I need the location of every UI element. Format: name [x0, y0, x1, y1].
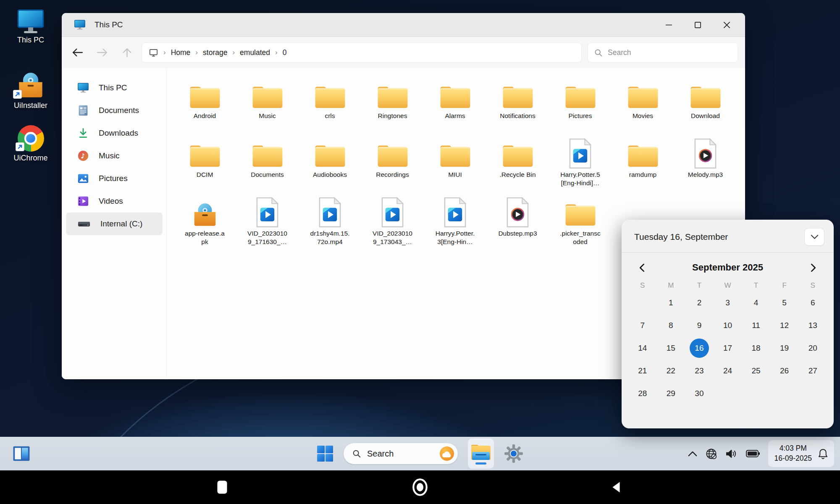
- calendar-day[interactable]: 24: [718, 361, 737, 381]
- back-button[interactable]: [72, 47, 83, 58]
- up-button[interactable]: [121, 47, 133, 58]
- file-item[interactable]: .picker_transcoded: [549, 194, 612, 253]
- file-label: .picker_transcoded: [559, 229, 601, 246]
- breadcrumb[interactable]: › Home › storage › emulated › 0: [142, 43, 581, 62]
- sidebar-item-pictures[interactable]: Pictures: [66, 167, 163, 190]
- file-item[interactable]: Melody.mp3: [674, 135, 737, 194]
- volume-button[interactable]: [725, 449, 738, 459]
- file-item[interactable]: Music: [236, 76, 299, 135]
- calendar-day[interactable]: 15: [661, 339, 680, 358]
- sidebar-item-videos[interactable]: Videos: [66, 190, 163, 213]
- calendar-day[interactable]: 21: [633, 361, 652, 381]
- minimize-button[interactable]: [665, 21, 673, 29]
- taskbar-search-input[interactable]: Search: [344, 443, 458, 464]
- file-item[interactable]: ramdump: [612, 135, 674, 194]
- network-status-icon[interactable]: [706, 448, 717, 459]
- forward-button[interactable]: [97, 47, 108, 58]
- file-item[interactable]: DCIM: [173, 135, 236, 194]
- calendar-day[interactable]: 13: [803, 316, 822, 335]
- maximize-button[interactable]: [694, 21, 702, 29]
- clock-flyout-button[interactable]: 4:03 PM 16-09-2025: [768, 440, 834, 467]
- recents-button[interactable]: [217, 480, 228, 494]
- file-explorer-taskbar-button[interactable]: [468, 438, 494, 469]
- back-button[interactable]: [612, 482, 621, 493]
- calendar-day[interactable]: 25: [746, 361, 766, 381]
- explorer-search-input[interactable]: Search: [588, 43, 738, 62]
- file-item[interactable]: Recordings: [361, 135, 424, 194]
- file-item[interactable]: crls: [299, 76, 361, 135]
- file-item[interactable]: VID_20230109_171630_…: [236, 194, 299, 253]
- file-item[interactable]: Ringtones: [361, 76, 424, 135]
- file-item[interactable]: app-release.apk: [173, 194, 236, 253]
- breadcrumb-link[interactable]: storage: [203, 48, 227, 57]
- home-button[interactable]: [412, 478, 428, 496]
- file-item[interactable]: Download: [674, 76, 737, 135]
- battery-status-icon[interactable]: [746, 450, 760, 457]
- titlebar[interactable]: This PC: [62, 13, 745, 37]
- weather-icon[interactable]: [439, 446, 454, 461]
- desktop-icon-uiinstaller[interactable]: UiInstaller: [14, 71, 47, 110]
- corner-widget-button[interactable]: [13, 446, 30, 462]
- pictures-icon: [78, 173, 89, 184]
- calendar-day[interactable]: 27: [803, 361, 822, 381]
- file-item[interactable]: .Recycle Bin: [486, 135, 549, 194]
- calendar-day[interactable]: 19: [775, 339, 794, 358]
- calendar-day[interactable]: 28: [633, 384, 652, 403]
- file-item[interactable]: dr1shy4m.15.72o.mp4: [299, 194, 361, 253]
- calendar-day[interactable]: 2: [690, 293, 709, 312]
- file-item[interactable]: Dubstep.mp3: [486, 194, 549, 253]
- file-item[interactable]: Pictures: [549, 76, 612, 135]
- breadcrumb-link[interactable]: emulated: [240, 48, 270, 57]
- calendar-day[interactable]: 1: [661, 293, 680, 312]
- breadcrumb-link[interactable]: Home: [171, 48, 191, 57]
- calendar-day[interactable]: 17: [718, 339, 737, 358]
- file-item[interactable]: Notifications: [486, 76, 549, 135]
- sidebar-item-downloads[interactable]: Downloads: [66, 122, 163, 144]
- calendar-day[interactable]: 9: [690, 316, 709, 335]
- calendar-day[interactable]: 23: [690, 361, 709, 381]
- video-file-icon: [255, 197, 279, 228]
- file-label: Documents: [251, 171, 284, 179]
- calendar-day[interactable]: 6: [803, 293, 822, 312]
- file-item[interactable]: Documents: [236, 135, 299, 194]
- previous-month-button[interactable]: [639, 263, 645, 272]
- calendar-day[interactable]: 7: [633, 316, 652, 335]
- calendar-day[interactable]: 29: [661, 384, 680, 403]
- calendar-day[interactable]: 11: [746, 316, 766, 335]
- start-button[interactable]: [317, 445, 333, 462]
- calendar-day[interactable]: 20: [803, 339, 822, 358]
- desktop-icon-uichrome[interactable]: UiChrome: [13, 125, 47, 163]
- next-month-button[interactable]: [811, 263, 816, 272]
- calendar-day[interactable]: 3: [718, 293, 737, 312]
- calendar-day[interactable]: 26: [775, 361, 794, 381]
- calendar-day[interactable]: 22: [661, 361, 680, 381]
- file-item[interactable]: Movies: [612, 76, 674, 135]
- calendar-day[interactable]: 10: [718, 316, 737, 335]
- calendar-collapse-button[interactable]: [804, 228, 824, 246]
- file-item[interactable]: Harryy.Potter.3[Eng-Hin…: [424, 194, 486, 253]
- calendar-day[interactable]: 4: [746, 293, 766, 312]
- calendar-day[interactable]: 18: [746, 339, 766, 358]
- sidebar-item-this-pc[interactable]: This PC: [66, 76, 163, 99]
- file-item[interactable]: Android: [173, 76, 236, 135]
- calendar-day[interactable]: 14: [633, 339, 652, 358]
- desktop-icon-this-pc[interactable]: This PC: [17, 9, 45, 45]
- sidebar-item-music[interactable]: Music: [66, 144, 163, 167]
- folder-icon: [314, 143, 346, 169]
- file-item[interactable]: VID_20230109_173043_…: [361, 194, 424, 253]
- settings-taskbar-button[interactable]: [504, 444, 523, 463]
- breadcrumb-link[interactable]: 0: [283, 48, 287, 57]
- calendar-day[interactable]: 30: [690, 384, 709, 403]
- file-item[interactable]: MIUI: [424, 135, 486, 194]
- sidebar-item-documents[interactable]: Documents: [66, 99, 163, 122]
- close-button[interactable]: [723, 21, 731, 29]
- file-item[interactable]: Audiobooks: [299, 135, 361, 194]
- file-item[interactable]: Harry.Potter.5[Eng-Hindi]…: [549, 135, 612, 194]
- tray-expand-button[interactable]: [688, 451, 697, 457]
- file-item[interactable]: Alarms: [424, 76, 486, 135]
- calendar-day[interactable]: 16: [690, 339, 709, 358]
- calendar-day[interactable]: 8: [661, 316, 680, 335]
- calendar-day[interactable]: 5: [775, 293, 794, 312]
- sidebar-item-internal[interactable]: Internal (C:): [66, 213, 163, 235]
- calendar-day[interactable]: 12: [775, 316, 794, 335]
